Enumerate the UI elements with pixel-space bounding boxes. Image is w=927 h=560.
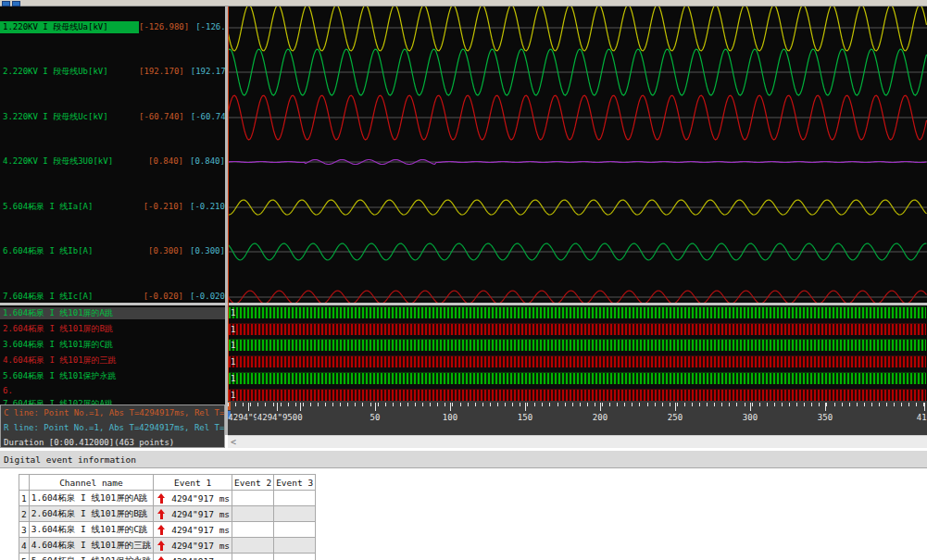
minor-tick bbox=[303, 403, 304, 406]
event2-cell bbox=[232, 538, 274, 554]
digital-state-bar: 1 bbox=[229, 372, 926, 384]
minor-tick bbox=[393, 403, 394, 406]
r-cursor-value: [192.170] bbox=[184, 66, 225, 78]
minor-tick bbox=[422, 403, 423, 406]
minor-tick bbox=[745, 403, 745, 406]
event-table-row[interactable]: 44.604柘泉 I 线101屏的三跳4294"917 ms bbox=[19, 538, 316, 554]
minor-tick bbox=[655, 403, 656, 406]
waveform-plot bbox=[228, 6, 927, 303]
minor-tick bbox=[587, 403, 588, 406]
minor-tick bbox=[542, 403, 543, 406]
time-axis-ruler[interactable]: 4294"9104294"950050100150200250300350410 bbox=[228, 401, 927, 435]
minor-tick bbox=[639, 403, 640, 406]
minor-tick bbox=[572, 403, 573, 406]
analog-channel-name[interactable]: 7.604柘泉 I 线Ic[A] bbox=[0, 291, 139, 303]
axis-tick-label: 350 bbox=[818, 413, 833, 422]
minor-tick bbox=[505, 403, 506, 406]
digital-state-value: 1 bbox=[231, 340, 235, 351]
minor-tick bbox=[857, 403, 858, 406]
analog-channel-label-row[interactable]: 4.220KV I 段母线3U0[kV][0.840][0.840] bbox=[0, 156, 225, 168]
digital-channel-label-row[interactable]: 5.604柘泉 I 线101保护永跳 bbox=[0, 370, 225, 382]
minor-tick bbox=[834, 403, 835, 406]
axis-tick-label: 50 bbox=[370, 413, 381, 422]
minor-tick bbox=[460, 403, 461, 406]
minor-tick bbox=[257, 403, 258, 406]
analog-channel-name[interactable]: 1.220KV I 段母线Ua[kV] bbox=[0, 21, 139, 33]
minor-tick bbox=[729, 403, 730, 406]
duration-status: Duration [0:00.412000](463 points) bbox=[4, 438, 225, 447]
event1-cell: 4294"917 ms bbox=[154, 506, 232, 522]
analog-channel-label-row[interactable]: 6.604柘泉 I 线Ib[A][0.300][0.300] bbox=[0, 245, 225, 257]
axis-tick-label: 0 bbox=[297, 413, 302, 422]
analog-waveform-panel[interactable] bbox=[228, 6, 927, 303]
major-tick bbox=[375, 403, 376, 411]
digital-channel-label-row[interactable]: 6. bbox=[0, 385, 225, 397]
minor-tick bbox=[916, 403, 917, 406]
row-number: 4 bbox=[19, 538, 30, 554]
rising-edge-arrow-icon bbox=[157, 541, 166, 551]
minor-tick bbox=[235, 403, 236, 406]
analog-channel-name[interactable]: 4.220KV I 段母线3U0[kV] bbox=[0, 156, 139, 168]
minor-tick bbox=[759, 403, 760, 406]
minor-tick bbox=[378, 403, 379, 406]
event1-cell: 4294"917 ms bbox=[154, 491, 232, 506]
minor-tick bbox=[243, 403, 244, 406]
minor-tick bbox=[512, 403, 513, 406]
r-cursor-value: [-0.210] bbox=[183, 201, 225, 213]
minor-tick bbox=[670, 403, 670, 406]
r-cursor-value: [0.300] bbox=[183, 245, 225, 257]
digital-channel-label-row[interactable]: 1.604柘泉 I 线101屏的A跳 bbox=[0, 307, 225, 319]
scroll-left-arrow-icon[interactable]: < bbox=[231, 437, 236, 448]
digital-state-bar: 1 bbox=[229, 323, 926, 335]
c-line-status: C line: Point No.=1, Abs T=4294917ms, Re… bbox=[4, 408, 225, 417]
minor-tick bbox=[288, 403, 289, 406]
analog-channel-name[interactable]: 5.604柘泉 I 线Ia[A] bbox=[0, 201, 139, 213]
event-table-row[interactable]: 55.604柘泉 I 线101保护永跳4294"917 ms bbox=[19, 554, 316, 560]
digital-trace-panel[interactable]: 111111 bbox=[228, 305, 927, 401]
minor-tick bbox=[497, 403, 498, 406]
minor-tick bbox=[281, 403, 282, 406]
event-table-row[interactable]: 33.604柘泉 I 线101屏的C跳4294"917 ms bbox=[19, 522, 316, 538]
digital-state-value: 1 bbox=[231, 356, 235, 367]
minor-tick bbox=[534, 403, 535, 406]
digital-channel-label-row[interactable]: 2.604柘泉 I 线101屏的B跳 bbox=[0, 323, 225, 335]
minor-tick bbox=[310, 403, 311, 406]
analog-channel-label-row[interactable]: 3.220KV I 段母线Uc[kV][-60.740][-60.740] bbox=[0, 111, 225, 123]
minor-tick bbox=[714, 403, 715, 406]
event3-cell bbox=[274, 506, 316, 522]
minor-tick bbox=[767, 403, 768, 406]
major-tick bbox=[924, 403, 925, 411]
minor-tick bbox=[557, 403, 558, 406]
event-table-row[interactable]: 22.604柘泉 I 线101屏的B跳4294"917 ms bbox=[19, 506, 316, 522]
major-tick bbox=[277, 403, 278, 411]
analog-channel-name[interactable]: 2.220KV I 段母线Ub[kV] bbox=[0, 66, 139, 78]
event1-time: 4294"917 ms bbox=[171, 509, 230, 519]
time-cursor-line[interactable] bbox=[228, 6, 229, 401]
minor-tick bbox=[318, 403, 319, 406]
minor-tick bbox=[362, 403, 363, 406]
analog-channel-label-row[interactable]: 2.220KV I 段母线Ub[kV][192.170][192.170] bbox=[0, 66, 225, 78]
digital-state-bar: 1 bbox=[229, 306, 926, 318]
digital-state-value: 1 bbox=[231, 307, 235, 318]
minor-tick bbox=[370, 403, 371, 406]
r-cursor-value: [-126.980] bbox=[189, 21, 225, 33]
minor-tick bbox=[482, 403, 483, 406]
digital-channel-label-row[interactable]: 7.604柘泉 I 线102屏的A跳 bbox=[0, 398, 225, 404]
analog-channel-label-row[interactable]: 5.604柘泉 I 线Ia[A][-0.210][-0.210] bbox=[0, 201, 225, 213]
analog-channel-name[interactable]: 6.604柘泉 I 线Ib[A] bbox=[0, 245, 139, 257]
horizontal-scrollbar[interactable]: < bbox=[228, 435, 927, 448]
analog-channel-label-row[interactable]: 7.604柘泉 I 线Ic[A][-0.020][-0.020] bbox=[0, 291, 225, 303]
digital-channel-label-row[interactable]: 3.604柘泉 I 线101屏的C跳 bbox=[0, 339, 225, 351]
analog-channel-name[interactable]: 3.220KV I 段母线Uc[kV] bbox=[0, 111, 139, 123]
major-tick bbox=[525, 403, 526, 411]
minor-tick bbox=[295, 403, 296, 406]
minor-tick bbox=[445, 403, 445, 406]
minor-tick bbox=[632, 403, 633, 406]
event-table-row[interactable]: 11.604柘泉 I 线101屏的A跳4294"917 ms bbox=[19, 491, 316, 506]
cursor-status-panel: C line: Point No.=1, Abs T=4294917ms, Re… bbox=[0, 404, 225, 448]
digital-channel-label-row[interactable]: 4.604柘泉 I 线101屏的三跳 bbox=[0, 355, 225, 367]
header-event2: Event 2 bbox=[232, 475, 274, 491]
c-cursor-value: [-0.020] bbox=[139, 291, 183, 303]
analog-channel-label-row[interactable]: 1.220KV I 段母线Ua[kV][-126.980][-126.980] bbox=[0, 21, 225, 33]
digital-event-table[interactable]: Channel name Event 1 Event 2 Event 3 11.… bbox=[19, 474, 316, 560]
